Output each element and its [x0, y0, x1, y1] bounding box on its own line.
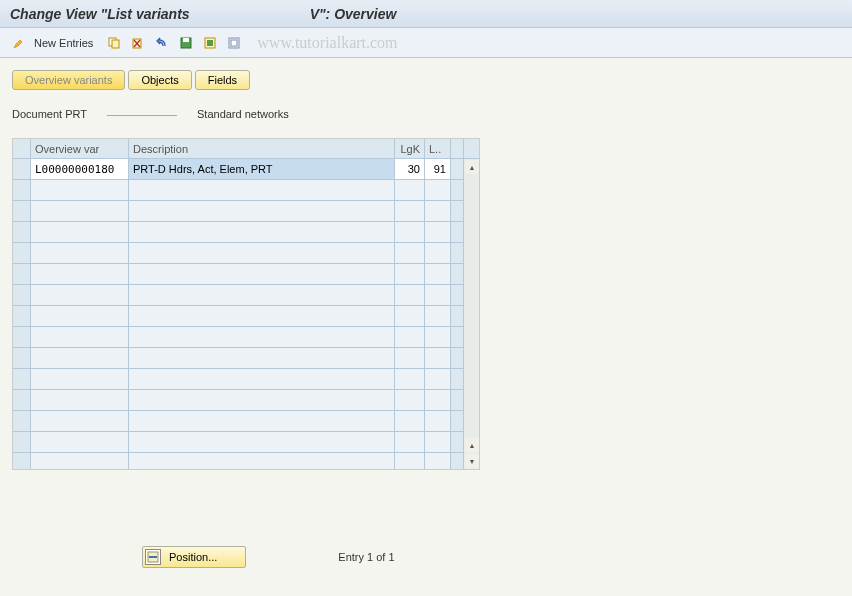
cell-overview-var[interactable] [31, 432, 129, 452]
cell-description[interactable] [129, 180, 395, 200]
select-all-icon[interactable] [201, 34, 219, 52]
cell-description[interactable] [129, 222, 395, 242]
cell-lgk[interactable] [395, 285, 425, 305]
table-row[interactable] [13, 327, 463, 348]
row-selector[interactable] [13, 453, 31, 469]
row-selector[interactable] [13, 369, 31, 389]
cell-overview-var[interactable] [31, 306, 129, 326]
cell-l[interactable] [425, 243, 451, 263]
row-selector[interactable] [13, 390, 31, 410]
undo-icon[interactable] [153, 34, 171, 52]
cell-l[interactable] [425, 348, 451, 368]
cell-overview-var[interactable] [31, 285, 129, 305]
cell-l[interactable] [425, 201, 451, 221]
deselect-icon[interactable] [225, 34, 243, 52]
cell-description[interactable] [129, 411, 395, 431]
row-selector[interactable] [13, 285, 31, 305]
cell-lgk[interactable] [395, 369, 425, 389]
cell-description[interactable] [129, 327, 395, 347]
cell-lgk[interactable] [395, 348, 425, 368]
row-selector[interactable] [13, 264, 31, 284]
cell-description[interactable] [129, 432, 395, 452]
row-selector[interactable] [13, 222, 31, 242]
cell-description[interactable] [129, 285, 395, 305]
table-row[interactable] [13, 243, 463, 264]
cell-overview-var[interactable] [31, 180, 129, 200]
cell-lgk[interactable] [395, 201, 425, 221]
scroll-down-icon[interactable]: ▲ [465, 438, 479, 452]
cell-l[interactable] [425, 180, 451, 200]
table-row[interactable] [13, 411, 463, 432]
cell-l[interactable] [425, 306, 451, 326]
cell-l[interactable] [425, 369, 451, 389]
cell-l[interactable] [425, 432, 451, 452]
row-selector[interactable] [13, 201, 31, 221]
row-selector[interactable] [13, 243, 31, 263]
table-row[interactable] [13, 222, 463, 243]
save-icon[interactable] [177, 34, 195, 52]
row-selector[interactable] [13, 348, 31, 368]
cell-overview-var[interactable]: L00000000180 [31, 159, 129, 179]
cell-l[interactable] [425, 222, 451, 242]
cell-l[interactable] [425, 453, 451, 469]
col-overview-var[interactable]: Overview var [31, 139, 129, 158]
cell-lgk[interactable] [395, 306, 425, 326]
row-selector[interactable] [13, 327, 31, 347]
cell-description[interactable] [129, 264, 395, 284]
table-row[interactable] [13, 453, 463, 469]
table-row[interactable] [13, 432, 463, 453]
cell-description[interactable] [129, 348, 395, 368]
cell-l[interactable] [425, 411, 451, 431]
scroll-down2-icon[interactable]: ▼ [465, 454, 479, 468]
row-selector[interactable] [13, 180, 31, 200]
cell-description[interactable] [129, 369, 395, 389]
cell-lgk[interactable] [395, 453, 425, 469]
tab-fields[interactable]: Fields [195, 70, 250, 90]
cell-l[interactable] [425, 264, 451, 284]
row-selector[interactable] [13, 159, 31, 179]
cell-lgk[interactable]: 30 [395, 159, 425, 179]
cell-description[interactable] [129, 243, 395, 263]
cell-overview-var[interactable] [31, 264, 129, 284]
table-row[interactable]: L00000000180PRT-D Hdrs, Act, Elem, PRT30… [13, 159, 463, 180]
cell-description[interactable] [129, 390, 395, 410]
tab-overview-variants[interactable]: Overview variants [12, 70, 125, 90]
scroll-up-icon[interactable]: ▲ [465, 160, 479, 174]
row-selector[interactable] [13, 306, 31, 326]
cell-description[interactable] [129, 201, 395, 221]
cell-description[interactable]: PRT-D Hdrs, Act, Elem, PRT [129, 159, 395, 179]
cell-overview-var[interactable] [31, 327, 129, 347]
cell-l[interactable] [425, 390, 451, 410]
cell-overview-var[interactable] [31, 453, 129, 469]
cell-lgk[interactable] [395, 327, 425, 347]
cell-lgk[interactable] [395, 243, 425, 263]
table-row[interactable] [13, 348, 463, 369]
cell-overview-var[interactable] [31, 201, 129, 221]
col-l[interactable]: L.. [425, 139, 451, 158]
col-description[interactable]: Description [129, 139, 395, 158]
cell-overview-var[interactable] [31, 390, 129, 410]
row-selector[interactable] [13, 411, 31, 431]
table-row[interactable] [13, 390, 463, 411]
cell-overview-var[interactable] [31, 222, 129, 242]
copy-icon[interactable] [105, 34, 123, 52]
tab-objects[interactable]: Objects [128, 70, 191, 90]
new-entries-button[interactable]: New Entries [34, 37, 93, 49]
table-row[interactable] [13, 306, 463, 327]
change-icon[interactable] [10, 34, 28, 52]
row-selector[interactable] [13, 432, 31, 452]
cell-lgk[interactable] [395, 432, 425, 452]
cell-overview-var[interactable] [31, 243, 129, 263]
cell-description[interactable] [129, 306, 395, 326]
cell-lgk[interactable] [395, 264, 425, 284]
cell-description[interactable] [129, 453, 395, 469]
table-row[interactable] [13, 264, 463, 285]
table-row[interactable] [13, 201, 463, 222]
cell-lgk[interactable] [395, 411, 425, 431]
select-all-header[interactable] [13, 139, 31, 158]
cell-lgk[interactable] [395, 222, 425, 242]
cell-overview-var[interactable] [31, 369, 129, 389]
delete-icon[interactable] [129, 34, 147, 52]
table-row[interactable] [13, 285, 463, 306]
cell-lgk[interactable] [395, 390, 425, 410]
